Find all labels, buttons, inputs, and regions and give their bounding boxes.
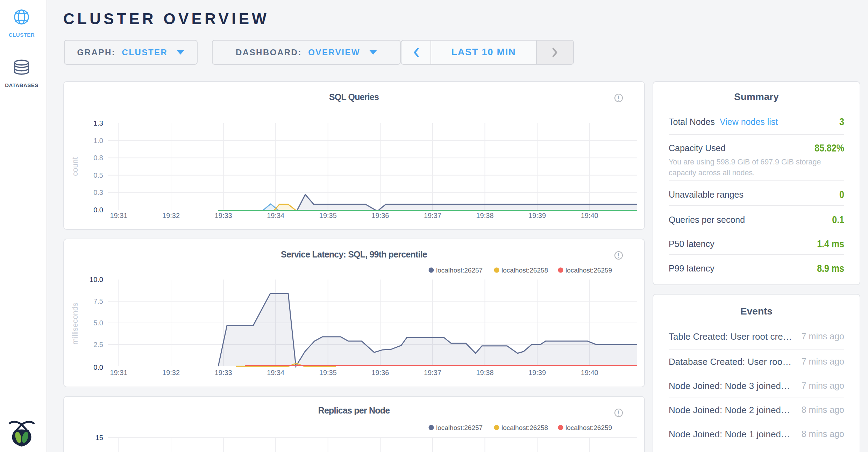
svg-text:19:32: 19:32 bbox=[162, 212, 180, 219]
svg-text:19:31: 19:31 bbox=[110, 212, 127, 219]
svg-text:15: 15 bbox=[95, 434, 103, 442]
svg-text:0.5: 0.5 bbox=[93, 171, 103, 179]
svg-text:localhost:26258: localhost:26258 bbox=[501, 267, 548, 274]
svg-text:19:33: 19:33 bbox=[215, 212, 232, 219]
svg-text:0.0: 0.0 bbox=[93, 363, 103, 371]
svg-text:19:39: 19:39 bbox=[528, 369, 546, 376]
svg-text:19:38: 19:38 bbox=[476, 212, 493, 219]
svg-text:Service Latency: SQL, 99th per: Service Latency: SQL, 99th percentile bbox=[281, 249, 427, 259]
svg-text:SQL Queries: SQL Queries bbox=[329, 92, 379, 102]
svg-text:19:37: 19:37 bbox=[424, 369, 441, 376]
svg-text:1.0: 1.0 bbox=[93, 137, 103, 144]
svg-text:19:35: 19:35 bbox=[319, 369, 337, 376]
svg-text:19:34: 19:34 bbox=[267, 212, 284, 219]
svg-text:19:38: 19:38 bbox=[476, 369, 493, 376]
svg-text:19:31: 19:31 bbox=[110, 369, 127, 376]
svg-text:Replicas per Node: Replicas per Node bbox=[318, 405, 390, 415]
svg-text:19:32: 19:32 bbox=[162, 369, 180, 376]
svg-text:localhost:26258: localhost:26258 bbox=[501, 424, 548, 431]
svg-text:19:37: 19:37 bbox=[424, 212, 441, 219]
svg-text:19:33: 19:33 bbox=[215, 369, 232, 376]
svg-text:19:35: 19:35 bbox=[319, 212, 337, 219]
svg-text:19:36: 19:36 bbox=[371, 369, 389, 376]
svg-text:5.0: 5.0 bbox=[93, 319, 103, 327]
svg-text:localhost:26257: localhost:26257 bbox=[436, 267, 483, 274]
svg-text:19:39: 19:39 bbox=[528, 212, 546, 219]
svg-text:count: count bbox=[71, 157, 79, 176]
svg-text:7.5: 7.5 bbox=[93, 297, 103, 305]
svg-text:19:34: 19:34 bbox=[267, 369, 284, 376]
svg-text:10.0: 10.0 bbox=[90, 276, 103, 283]
svg-text:0.3: 0.3 bbox=[93, 189, 103, 196]
svg-text:19:36: 19:36 bbox=[371, 212, 389, 219]
svg-text:localhost:26259: localhost:26259 bbox=[565, 267, 612, 274]
svg-text:localhost:26257: localhost:26257 bbox=[436, 424, 483, 431]
svg-text:localhost:26259: localhost:26259 bbox=[565, 424, 612, 431]
svg-text:milliseconds: milliseconds bbox=[71, 303, 79, 345]
svg-text:0.0: 0.0 bbox=[93, 206, 103, 214]
svg-text:19:40: 19:40 bbox=[581, 212, 598, 219]
svg-text:19:40: 19:40 bbox=[581, 369, 598, 376]
svg-text:0.8: 0.8 bbox=[93, 154, 103, 162]
svg-text:2.5: 2.5 bbox=[93, 341, 103, 348]
svg-text:1.3: 1.3 bbox=[93, 119, 103, 127]
